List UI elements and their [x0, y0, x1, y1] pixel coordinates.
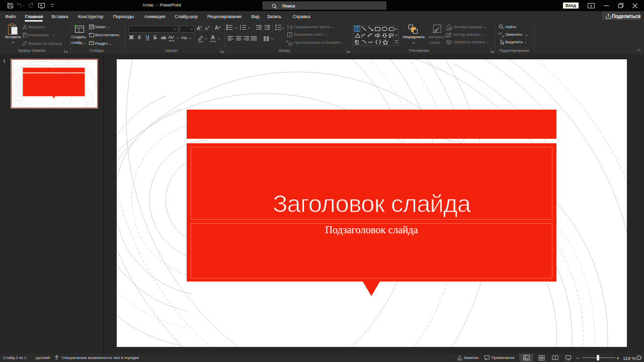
svg-text:c: c [502, 35, 503, 38]
